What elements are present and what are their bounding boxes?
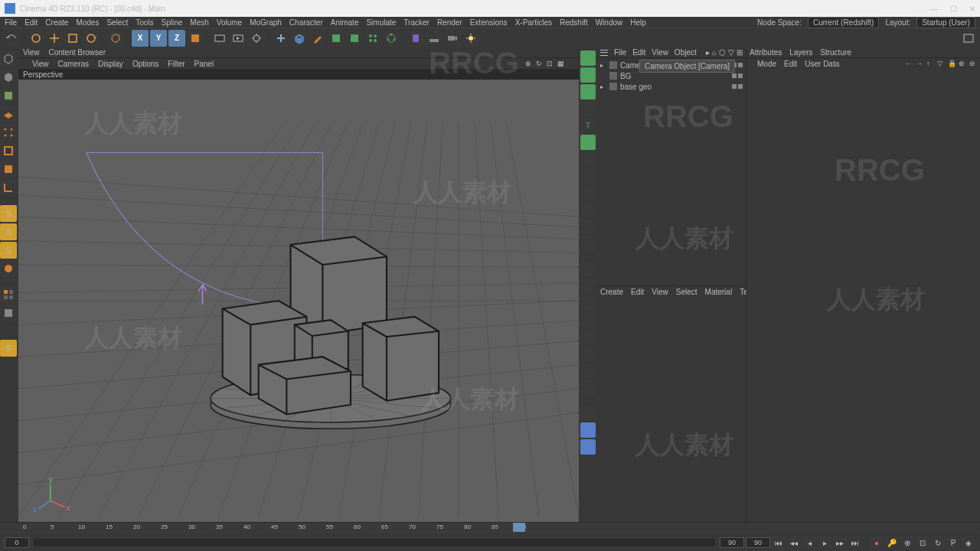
vpmenu-options[interactable]: Options	[132, 60, 158, 68]
menu-mograph[interactable]: MoGraph	[250, 18, 282, 27]
render-pv-button[interactable]	[230, 30, 247, 47]
obj-tool-4-icon[interactable]: ▽	[728, 48, 734, 57]
obj-tool-5-icon[interactable]: ⊞	[737, 48, 743, 57]
menu-window[interactable]: Window	[596, 18, 623, 27]
rt-8-icon[interactable]	[580, 168, 596, 184]
hamburger-icon[interactable]	[600, 50, 608, 56]
scale-button[interactable]	[64, 30, 81, 47]
key-pla-button[interactable]: ◈	[962, 536, 975, 549]
light-button[interactable]	[462, 30, 479, 47]
obj-menu-object[interactable]: Object	[675, 48, 697, 57]
attr-up-icon[interactable]: ↑	[926, 60, 934, 67]
z-axis-button[interactable]: Z	[168, 30, 185, 47]
menu-render[interactable]: Render	[437, 18, 462, 27]
key-pos-button[interactable]: ⊕	[900, 536, 914, 549]
menu-character[interactable]: Character	[289, 18, 323, 27]
rt-11-icon[interactable]	[580, 219, 596, 234]
attr-filter-icon[interactable]: ▽	[937, 60, 945, 67]
menu-simulate[interactable]: Simulate	[366, 18, 396, 27]
rotate-button[interactable]	[83, 30, 100, 47]
menu-spline[interactable]: Spline	[162, 18, 183, 27]
workplane-button[interactable]	[0, 106, 17, 122]
node-space-dropdown[interactable]: Current (Redshift)	[808, 17, 879, 28]
rt-17-icon[interactable]	[580, 329, 596, 344]
menu-xparticles[interactable]: X-Particles	[515, 18, 552, 27]
attr-userdata[interactable]: User Data	[805, 60, 839, 68]
menu-tracker[interactable]: Tracker	[403, 18, 430, 27]
rt-7-icon[interactable]	[580, 152, 596, 167]
obj-menu-view[interactable]: View	[652, 48, 668, 57]
play-button[interactable]: ▸	[818, 536, 831, 549]
polys-mode-button[interactable]	[0, 161, 17, 178]
vpmenu-view[interactable]: View	[32, 60, 49, 68]
live-select-button[interactable]	[28, 30, 44, 47]
render-view-button[interactable]	[211, 30, 228, 47]
menu-animate[interactable]: Animate	[331, 18, 359, 27]
rt-2-icon[interactable]	[580, 67, 596, 83]
key-scale-button[interactable]: ⊡	[916, 536, 929, 549]
viewport[interactable]: y x z	[18, 80, 579, 522]
mat-edit[interactable]: Edit	[631, 288, 644, 296]
autokey-button[interactable]: 🔑	[885, 536, 899, 549]
key-rot-button[interactable]: ↻	[931, 536, 945, 549]
mat-select[interactable]: Select	[676, 288, 697, 296]
rt-10-icon[interactable]	[580, 202, 596, 217]
attr-new-icon[interactable]: ⊕	[959, 60, 966, 67]
rt-9-icon[interactable]	[580, 185, 596, 201]
layout-dropdown[interactable]: Startup (User)	[916, 17, 975, 28]
edges-mode-button[interactable]	[0, 142, 17, 159]
playhead[interactable]	[513, 523, 525, 532]
vp-nav-1-icon[interactable]: ⊕	[525, 60, 533, 67]
obj-tool-1-icon[interactable]: ▸	[706, 48, 710, 57]
viewport-solo-button[interactable]	[0, 286, 17, 303]
vpmenu-filter[interactable]: Filter	[168, 60, 185, 68]
tab-attributes[interactable]: Attributes	[750, 48, 782, 57]
rt-1-icon[interactable]	[580, 51, 596, 66]
tab-structure[interactable]: Structure	[820, 48, 851, 57]
subdiv-button[interactable]	[328, 30, 345, 47]
move-button[interactable]	[46, 30, 63, 47]
tab-view[interactable]: View	[23, 48, 40, 57]
material-area[interactable]	[597, 298, 746, 522]
model-mode-button[interactable]	[0, 69, 17, 86]
vp-nav-2-icon[interactable]: ↻	[536, 60, 544, 67]
rt-3-icon[interactable]	[580, 84, 596, 99]
rt-23-icon[interactable]	[580, 439, 596, 455]
menu-extensions[interactable]: Extensions	[470, 18, 508, 27]
vp-nav-4-icon[interactable]: ▦	[557, 60, 565, 67]
render-settings-button[interactable]	[248, 30, 265, 47]
bend-button[interactable]	[407, 30, 424, 47]
recent-tool-button[interactable]	[107, 30, 124, 47]
cube-button[interactable]	[291, 30, 308, 47]
rt-19-icon[interactable]	[580, 363, 596, 378]
tab-layers[interactable]: Layers	[789, 48, 812, 57]
mat-view[interactable]: View	[652, 288, 668, 296]
menu-edit[interactable]: Edit	[24, 18, 38, 27]
obj-menu-edit[interactable]: Edit	[632, 48, 645, 57]
vp-nav-3-icon[interactable]: ⊡	[547, 60, 554, 67]
timeline-scrollbar[interactable]	[34, 539, 715, 546]
attr-lock-icon[interactable]: 🔒	[948, 60, 956, 67]
axis-button[interactable]	[0, 179, 17, 196]
obj-basegeo[interactable]: ▸ base geo	[600, 81, 743, 92]
rt-15-icon[interactable]	[580, 295, 596, 311]
minimize-button[interactable]: —	[930, 5, 938, 13]
snap-settings-button[interactable]: S	[0, 340, 17, 357]
menu-volume[interactable]: Volume	[217, 18, 242, 27]
obj-menu-file[interactable]: File	[614, 48, 626, 57]
frame-start-input[interactable]	[5, 537, 29, 548]
close-button[interactable]: ✕	[969, 5, 975, 13]
undo-button[interactable]	[3, 30, 20, 47]
record-button[interactable]: ●	[870, 536, 884, 549]
obj-tool-3-icon[interactable]: ⬡	[719, 48, 726, 57]
frame-current-input[interactable]	[746, 537, 770, 548]
rt-4-icon[interactable]	[580, 101, 596, 116]
floor-button[interactable]	[426, 30, 443, 47]
vpmenu-display[interactable]: Display	[98, 60, 123, 68]
key-param-button[interactable]: P	[946, 536, 960, 549]
next-key-button[interactable]: ▸▸	[833, 536, 847, 549]
rt-12-icon[interactable]	[580, 236, 596, 251]
extrude-button[interactable]	[346, 30, 363, 47]
rt-6-icon[interactable]	[580, 135, 596, 150]
y-axis-button[interactable]: Y	[150, 30, 167, 47]
